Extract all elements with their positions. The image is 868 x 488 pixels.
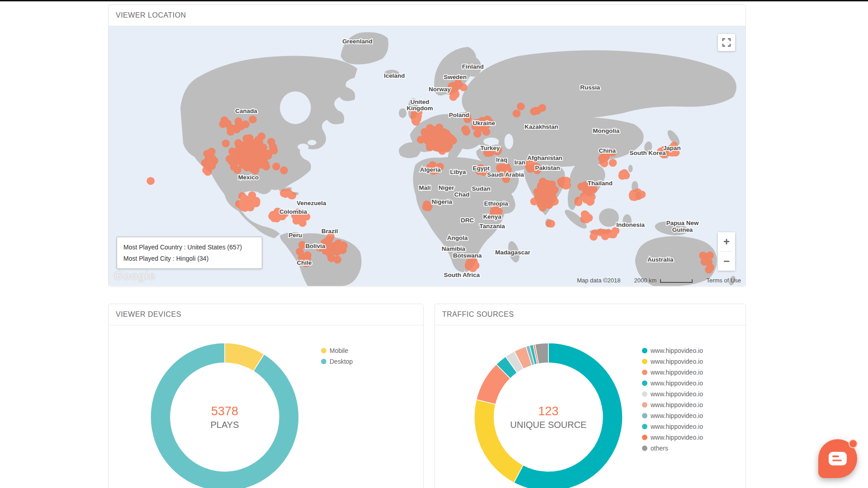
scale-label: 2000 km <box>634 277 657 284</box>
map-scale: 2000 km <box>634 277 693 284</box>
viewer-location-title: VIEWER LOCATION <box>116 11 186 19</box>
map-country-label: Peru <box>288 232 302 239</box>
traffic-donut-chart <box>474 343 623 488</box>
legend-item[interactable]: www.hippovideo.io <box>642 433 703 442</box>
map-country-label: Colombia <box>279 208 307 215</box>
legend-marker-icon <box>642 348 647 353</box>
map-country-label: Madagascar <box>495 249 530 256</box>
viewer-devices-title: VIEWER DEVICES <box>116 310 181 319</box>
viewer-devices-chart-area: 5378 PLAYS MobileDesktop <box>108 325 423 488</box>
terms-of-use-link[interactable]: Terms of Use <box>706 277 741 284</box>
map-country-label: Canada <box>235 108 257 115</box>
map-country-label: China <box>599 147 616 154</box>
devices-donut-chart <box>150 343 299 488</box>
map-attribution: Map data ©2018 2000 km Terms of Use <box>577 277 741 284</box>
traffic-legend: www.hippovideo.iowww.hippovideo.iowww.hi… <box>642 346 703 455</box>
zoom-in-button[interactable]: + <box>718 232 735 251</box>
map-country-label: Turkey <box>480 145 500 151</box>
map-country-label: Mali <box>419 184 431 191</box>
map-country-label: Greenland <box>342 38 372 45</box>
map-country-label: Norway <box>429 86 451 93</box>
legend-marker-icon <box>642 391 647 397</box>
map-country-label: Papua New <box>666 220 699 226</box>
legend-item[interactable]: www.hippovideo.io <box>642 411 703 420</box>
legend-label: Desktop <box>330 358 353 365</box>
map-country-label: South Africa <box>444 272 480 278</box>
map-country-label: Libya <box>450 169 466 175</box>
devices-legend: MobileDesktop <box>321 346 353 368</box>
top-edge-strip <box>0 0 868 1</box>
map-country-label: Afghanistan <box>527 155 562 161</box>
map-country-label: Pakistan <box>535 164 560 171</box>
legend-item[interactable]: www.hippovideo.io <box>642 389 703 399</box>
legend-marker-icon <box>642 446 647 451</box>
map-country-label: Kazakhstan <box>524 123 558 130</box>
legend-item[interactable]: www.hippovideo.io <box>642 422 703 431</box>
map-country-label: Iran <box>514 159 526 166</box>
traffic-sources-header: TRAFFIC SOURCES <box>435 304 745 325</box>
legend-marker-icon <box>642 413 647 418</box>
map-country-label: Kenya <box>483 213 502 220</box>
map-country-label: Kingdom <box>406 105 433 112</box>
most-played-country: Most Played Country : United States (657… <box>123 242 255 253</box>
map-country-label: Algeria <box>420 166 441 173</box>
legend-marker-icon <box>642 359 647 364</box>
map-zoom-control: + − <box>718 232 735 271</box>
map-fullscreen-button[interactable] <box>718 34 735 51</box>
chat-bubble-icon <box>829 452 847 465</box>
legend-marker-icon <box>642 435 647 440</box>
legend-label: www.hippovideo.io <box>651 358 703 365</box>
google-map[interactable]: GreenlandIcelandFinlandSwedenNorwayRussi… <box>108 26 745 286</box>
google-logo[interactable]: Google <box>114 269 156 282</box>
map-country-label: Sweden <box>443 74 467 80</box>
legend-item[interactable]: www.hippovideo.io <box>642 346 703 355</box>
map-info-window: Most Played Country : United States (657… <box>117 237 262 269</box>
map-country-label: Mexico <box>238 174 259 181</box>
legend-item[interactable]: www.hippovideo.io <box>642 400 703 409</box>
chat-widget-button[interactable] <box>818 439 857 478</box>
chat-bubble-line <box>832 460 842 461</box>
viewer-location-header: VIEWER LOCATION <box>108 5 745 26</box>
scale-bar <box>660 279 693 283</box>
map-country-label: Namibia <box>442 245 466 252</box>
map-country-label: Egypt <box>473 165 490 172</box>
chat-notification-badge <box>849 439 858 448</box>
map-country-label: Poland <box>449 112 469 118</box>
legend-label: www.hippovideo.io <box>651 423 703 430</box>
viewer-devices-header: VIEWER DEVICES <box>108 304 423 325</box>
map-country-label: Thailand <box>588 180 613 187</box>
legend-item[interactable]: Desktop <box>321 357 353 366</box>
legend-item[interactable]: Mobile <box>321 346 353 355</box>
map-country-label: Nigeria <box>432 198 453 205</box>
map-country-label: Iraq <box>496 156 507 163</box>
legend-item[interactable]: www.hippovideo.io <box>642 368 703 377</box>
legend-item[interactable]: others <box>642 444 703 453</box>
legend-marker-icon <box>642 402 647 408</box>
legend-label: Mobile <box>330 347 348 354</box>
legend-marker-icon <box>642 380 647 386</box>
fullscreen-icon <box>722 38 731 47</box>
map-country-label: Iceland <box>384 72 405 79</box>
legend-marker-icon <box>321 348 326 353</box>
legend-item[interactable]: www.hippovideo.io <box>642 379 703 388</box>
map-country-label: Guinea <box>672 226 693 233</box>
donut-slice[interactable] <box>151 343 299 488</box>
legend-label: www.hippovideo.io <box>651 390 703 398</box>
legend-item[interactable]: www.hippovideo.io <box>642 357 703 366</box>
zoom-out-button[interactable]: − <box>718 252 735 271</box>
map-country-label: Chile <box>297 259 312 266</box>
donut-slice[interactable] <box>474 399 523 483</box>
chat-bubble-line <box>832 455 839 457</box>
viewer-devices-panel: VIEWER DEVICES 5378 PLAYS MobileDesktop <box>108 304 424 488</box>
map-country-label: Ukraine <box>473 120 495 127</box>
most-played-city: Most Played City : Hingoli (34) <box>123 253 255 264</box>
map-country-label: Angola <box>447 235 468 241</box>
legend-marker-icon <box>642 424 647 429</box>
map-country-label: Venezuela <box>297 200 326 206</box>
legend-label: www.hippovideo.io <box>651 369 703 376</box>
traffic-sources-panel: TRAFFIC SOURCES 123 UNIQUE SOURCE www.hi… <box>434 304 746 488</box>
traffic-sources-chart-area: 123 UNIQUE SOURCE www.hippovideo.iowww.h… <box>435 325 745 488</box>
legend-label: www.hippovideo.io <box>651 412 703 419</box>
map-country-label: Niger <box>439 184 454 191</box>
map-country-label: DRC <box>461 217 474 224</box>
